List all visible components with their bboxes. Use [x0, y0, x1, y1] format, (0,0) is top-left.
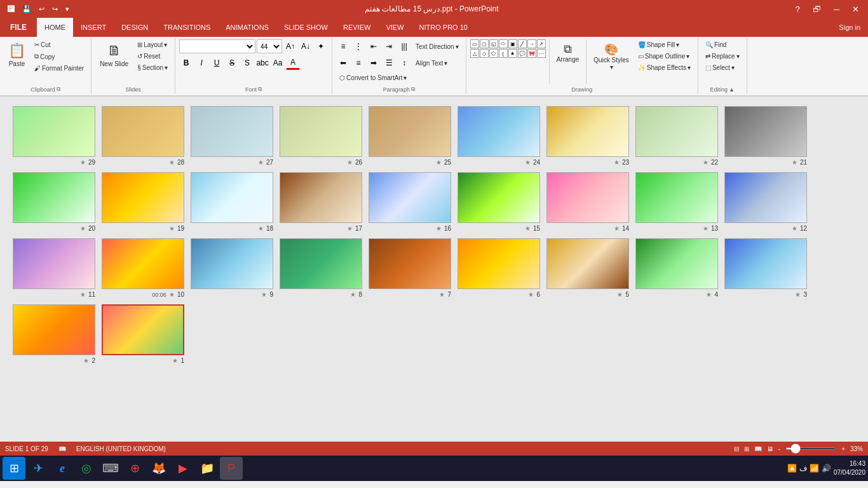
- antivirus-btn[interactable]: ◎: [75, 457, 98, 480]
- sign-in[interactable]: Sign in: [831, 24, 868, 31]
- tab-file[interactable]: FILE: [0, 18, 37, 37]
- shape-connector[interactable]: ↗: [537, 39, 546, 48]
- slide-thumbnail[interactable]: ★13: [635, 172, 718, 232]
- slide-thumbnail[interactable]: ★6: [458, 238, 540, 298]
- tab-nitro[interactable]: NITRO PRO 10: [412, 18, 475, 37]
- shape-snip[interactable]: ◱: [489, 39, 498, 48]
- slide-thumbnail[interactable]: ★4: [635, 238, 718, 298]
- slide-thumbnail[interactable]: ★28: [102, 106, 184, 166]
- close-btn[interactable]: ✕: [848, 3, 863, 15]
- font-size-select[interactable]: 44: [257, 39, 282, 53]
- increase-indent[interactable]: ⇥: [382, 39, 396, 53]
- slide-thumbnail[interactable]: ★24: [458, 106, 540, 166]
- tab-transitions[interactable]: TRANSITIONS: [156, 18, 218, 37]
- slide-thumbnail[interactable]: ★12: [724, 172, 807, 232]
- slide-thumbnail[interactable]: ★22: [635, 106, 718, 166]
- editing-collapse-icon[interactable]: ▲: [729, 86, 735, 93]
- grid-view-icon[interactable]: ⊞: [744, 445, 749, 452]
- shape-line[interactable]: ╱: [518, 39, 527, 48]
- reading-view-icon[interactable]: 📖: [754, 445, 762, 452]
- shape-callout[interactable]: 💬: [518, 49, 527, 58]
- char-spacing[interactable]: abc: [255, 56, 269, 70]
- slide-thumbnail[interactable]: ★21: [724, 106, 807, 166]
- shape-effects-button[interactable]: ✨ Shape Effects ▾: [635, 62, 694, 73]
- slide-thumbnail[interactable]: ★8: [280, 238, 362, 298]
- align-right[interactable]: ➡: [367, 56, 381, 70]
- keyboard-btn[interactable]: ⌨: [99, 457, 122, 480]
- shadow-button[interactable]: S: [240, 56, 254, 70]
- reset-button[interactable]: ↺ Reset: [134, 51, 171, 62]
- start-button[interactable]: ⊞: [3, 457, 25, 480]
- shape-star[interactable]: ★: [508, 49, 517, 58]
- tab-home[interactable]: HOME: [37, 18, 73, 37]
- select-button[interactable]: ⬚ Select ▾: [702, 62, 743, 73]
- tab-slideshow[interactable]: SLIDE SHOW: [276, 18, 336, 37]
- cut-button[interactable]: ✂ Cut: [31, 39, 87, 50]
- slide-thumbnail[interactable]: ★16: [369, 172, 451, 232]
- shape-diamond[interactable]: ◇: [480, 49, 489, 58]
- slide-thumbnail[interactable]: ★3: [724, 238, 807, 298]
- tray-arrow[interactable]: 🔼: [787, 464, 797, 473]
- files-btn[interactable]: 📁: [196, 457, 219, 480]
- zoom-in-icon[interactable]: +: [841, 445, 845, 452]
- replace-button[interactable]: ⇄ Replace ▾: [702, 51, 743, 62]
- clipboard-expand-icon[interactable]: ⧉: [57, 86, 60, 93]
- shape-rect[interactable]: ▭: [470, 39, 479, 48]
- shape-outline-button[interactable]: ▭ Shape Outline ▾: [635, 51, 694, 62]
- tab-insert[interactable]: INSERT: [73, 18, 114, 37]
- ppt-icon[interactable]: 🅿: [5, 4, 17, 14]
- font-expand-icon[interactable]: ⧉: [258, 86, 262, 93]
- align-justify[interactable]: ☰: [382, 56, 396, 70]
- italic-button[interactable]: I: [194, 56, 208, 70]
- customize-btn[interactable]: ▾: [63, 4, 72, 15]
- underline-button[interactable]: U: [210, 56, 224, 70]
- restore-btn[interactable]: 🗗: [809, 3, 825, 15]
- strikethrough-button[interactable]: S: [225, 56, 239, 70]
- presenter-view-icon[interactable]: 🖥: [767, 445, 773, 452]
- decrease-indent[interactable]: ⇤: [367, 39, 381, 53]
- zoom-out-icon[interactable]: -: [778, 445, 780, 452]
- ie-btn[interactable]: e: [51, 457, 74, 480]
- normal-view-icon[interactable]: ⊟: [734, 445, 739, 452]
- bullets-button[interactable]: ≡: [336, 39, 350, 53]
- layout-button[interactable]: ⊞ Layout ▾: [134, 39, 171, 50]
- tab-design[interactable]: DESIGN: [114, 18, 156, 37]
- find-button[interactable]: 🔍 Find: [702, 39, 743, 50]
- case-button[interactable]: Aa: [271, 56, 285, 70]
- shape-pentagon[interactable]: ⬠: [489, 49, 498, 58]
- slide-thumbnail[interactable]: ★7: [369, 238, 451, 298]
- slide-thumbnail[interactable]: 00:06★10: [102, 238, 184, 298]
- zoom-slider[interactable]: [785, 447, 836, 450]
- shape-rounded[interactable]: ▢: [480, 39, 489, 48]
- align-center[interactable]: ≡: [351, 56, 365, 70]
- new-slide-button[interactable]: 🗎 New Slide: [95, 39, 133, 71]
- zoom-level[interactable]: 33%: [850, 445, 863, 452]
- clear-format[interactable]: ✦: [314, 39, 328, 53]
- powerpoint-taskbar-btn[interactable]: P: [220, 457, 243, 480]
- paragraph-expand-icon[interactable]: ⧉: [411, 86, 415, 93]
- font-color[interactable]: A: [286, 56, 300, 70]
- slide-thumbnail[interactable]: ★20: [13, 172, 95, 232]
- convert-smartart-button[interactable]: ⬡ Convert to SmartArt ▾: [336, 72, 410, 83]
- tab-view[interactable]: VIEW: [378, 18, 411, 37]
- slide-thumbnail[interactable]: ★1: [102, 304, 184, 364]
- font-size-decrease[interactable]: A↓: [299, 39, 313, 53]
- tray-network[interactable]: 📶: [810, 464, 819, 473]
- slide-thumbnail[interactable]: ★9: [191, 238, 273, 298]
- slide-thumbnail[interactable]: ★5: [546, 238, 629, 298]
- help-btn[interactable]: ?: [792, 3, 804, 15]
- shape-brace[interactable]: {: [499, 49, 508, 58]
- slide-thumbnail[interactable]: ★26: [280, 106, 362, 166]
- slide-thumbnail[interactable]: ★25: [369, 106, 451, 166]
- tray-lang[interactable]: ف: [799, 464, 807, 473]
- shape-more[interactable]: ▣: [508, 39, 517, 48]
- slide-thumbnail[interactable]: ★29: [13, 106, 95, 166]
- save-btn[interactable]: 💾: [20, 4, 34, 15]
- slide-thumbnail[interactable]: ★15: [458, 172, 540, 232]
- undo-btn[interactable]: ↩: [36, 4, 47, 15]
- align-text-button[interactable]: Align Text ▾: [412, 58, 451, 69]
- line-spacing[interactable]: ↕: [397, 56, 411, 70]
- shape-oval[interactable]: ⬭: [499, 39, 508, 48]
- text-direction-button[interactable]: Text Direction ▾: [412, 41, 462, 52]
- shape-more2[interactable]: ⋯: [537, 49, 546, 58]
